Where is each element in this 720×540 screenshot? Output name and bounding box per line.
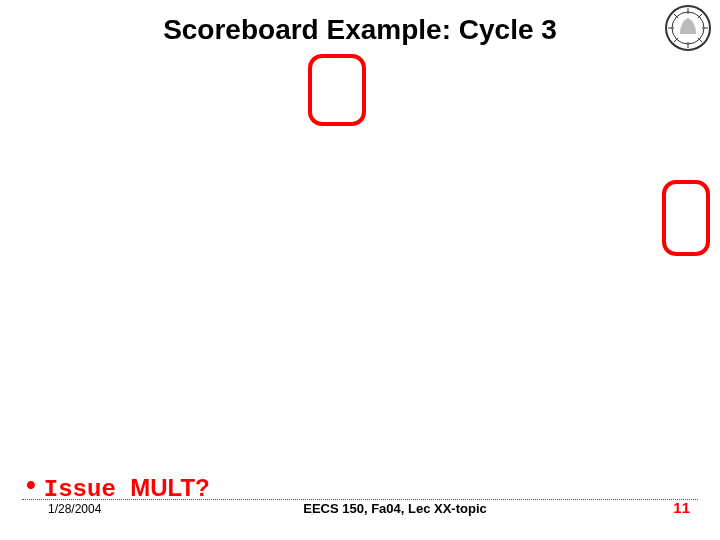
university-seal-icon	[664, 4, 712, 52]
slide: Scoreboard Example: Cycle 3 •Issue MULT?…	[0, 0, 720, 540]
bullet-issue-text: Issue	[44, 476, 116, 503]
highlight-box-1	[308, 54, 366, 126]
footer-center: EECS 150, Fa04, Lec XX-topic	[0, 501, 720, 516]
bullet-mult-text: MULT?	[130, 474, 210, 501]
page-number: 11	[673, 499, 690, 516]
highlight-box-2	[662, 180, 710, 256]
bullet-issue-mult: •Issue MULT?	[26, 471, 210, 502]
bullet-dot: •	[26, 469, 36, 500]
footer-course: EECS 150, Fa04, Lec XX-topic	[303, 501, 487, 516]
page-title: Scoreboard Example: Cycle 3	[0, 14, 720, 46]
